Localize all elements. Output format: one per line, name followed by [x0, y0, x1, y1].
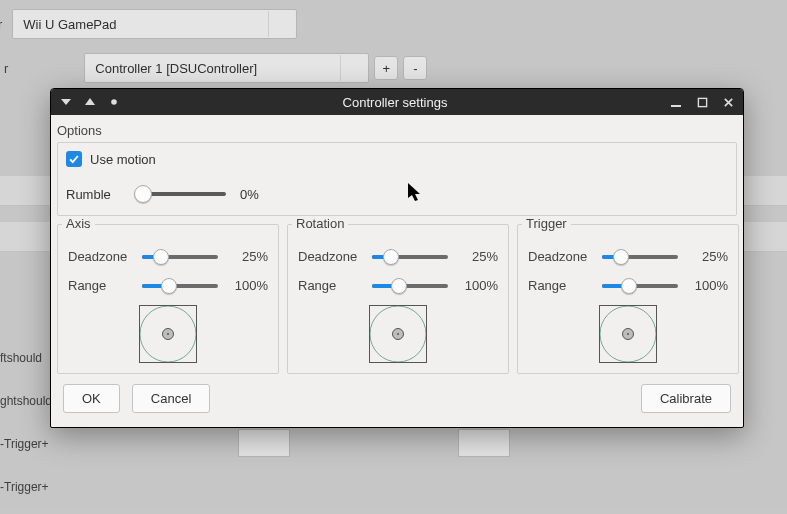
axis-range-slider[interactable]	[142, 284, 218, 288]
trigger-deadzone-slider[interactable]	[602, 255, 678, 259]
trigger-deadzone-value: 25%	[686, 249, 728, 264]
trigger-range-slider[interactable]	[602, 284, 678, 288]
add-controller-button[interactable]: +	[374, 56, 398, 80]
remove-controller-button[interactable]: -	[403, 56, 427, 80]
rumble-value: 0%	[240, 187, 259, 202]
axis-range-label: Range	[68, 278, 134, 293]
svg-rect-3	[671, 105, 681, 107]
chevron-down-icon[interactable]	[268, 11, 286, 37]
rumble-label: Rumble	[66, 187, 122, 202]
rumble-slider[interactable]	[136, 185, 226, 203]
axis-deadzone-value: 25%	[226, 249, 268, 264]
rotation-deadzone-label: Deadzone	[298, 249, 364, 264]
options-label: Options	[57, 123, 737, 138]
bg-rtriggerplus-label: -Trigger+	[0, 473, 49, 501]
axis-fieldset: Axis Deadzone 25% Range 100%	[57, 224, 279, 374]
window-pin-icon[interactable]	[107, 95, 121, 109]
bg-rightshoulder-label: ghtshould	[0, 387, 52, 415]
controller-value: Controller 1 [DSUController]	[95, 61, 257, 76]
controller-dropdown[interactable]: Controller 1 [DSUController]	[84, 53, 369, 83]
bg-ltriggerplus-label: -Trigger+	[0, 430, 49, 458]
trigger-range-value: 100%	[686, 278, 728, 293]
rotation-range-label: Range	[298, 278, 364, 293]
bg-controller-label: r	[4, 61, 8, 76]
trigger-fieldset: Trigger Deadzone 25% Range 100%	[517, 224, 739, 374]
dialog-title: Controller settings	[121, 95, 669, 110]
rotation-fieldset: Rotation Deadzone 25% Range 100%	[287, 224, 509, 374]
window-up-icon[interactable]	[83, 95, 97, 109]
trigger-joystick-preview	[599, 305, 657, 363]
bg-cell[interactable]	[238, 429, 290, 457]
chevron-down-icon[interactable]	[340, 55, 358, 81]
bg-emulated-controller-label: d controller	[0, 17, 2, 32]
rotation-range-slider[interactable]	[372, 284, 448, 288]
axis-legend: Axis	[62, 216, 95, 231]
bg-leftshoulder-label: ftshould	[0, 344, 42, 372]
minimize-icon[interactable]	[669, 95, 683, 109]
svg-marker-0	[61, 99, 71, 105]
use-motion-label: Use motion	[90, 152, 156, 167]
trigger-legend: Trigger	[522, 216, 571, 231]
svg-marker-1	[85, 98, 95, 105]
trigger-deadzone-label: Deadzone	[528, 249, 594, 264]
calibrate-button[interactable]: Calibrate	[641, 384, 731, 413]
svg-point-2	[111, 99, 117, 105]
axis-joystick-preview	[139, 305, 197, 363]
emulated-controller-dropdown[interactable]: Wii U GamePad	[12, 9, 297, 39]
rotation-legend: Rotation	[292, 216, 348, 231]
svg-rect-4	[698, 98, 706, 106]
axis-deadzone-label: Deadzone	[68, 249, 134, 264]
options-box: Use motion Rumble 0%	[57, 142, 737, 216]
rotation-range-value: 100%	[456, 278, 498, 293]
close-icon[interactable]	[721, 95, 735, 109]
axis-range-value: 100%	[226, 278, 268, 293]
trigger-range-label: Range	[528, 278, 594, 293]
rotation-joystick-preview	[369, 305, 427, 363]
controller-settings-dialog: Controller settings Options Use motion	[50, 88, 744, 428]
window-menu-icon[interactable]	[59, 95, 73, 109]
cancel-button[interactable]: Cancel	[132, 384, 210, 413]
rotation-deadzone-value: 25%	[456, 249, 498, 264]
axis-deadzone-slider[interactable]	[142, 255, 218, 259]
titlebar[interactable]: Controller settings	[51, 89, 743, 115]
ok-button[interactable]: OK	[63, 384, 120, 413]
use-motion-checkbox[interactable]	[66, 151, 82, 167]
rotation-deadzone-slider[interactable]	[372, 255, 448, 259]
bg-cell[interactable]	[458, 429, 510, 457]
emulated-controller-value: Wii U GamePad	[23, 17, 116, 32]
maximize-icon[interactable]	[695, 95, 709, 109]
